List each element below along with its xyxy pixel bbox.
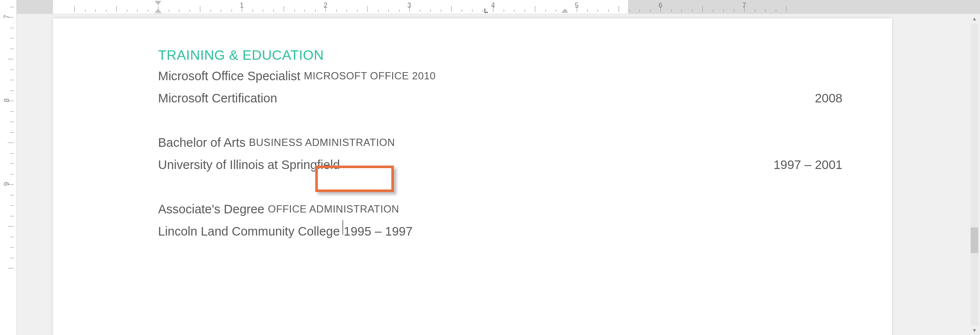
- entry-dates: 2008: [815, 87, 845, 109]
- word-processor-view: 789 1234567 TRAINING & EDUCATION Microso…: [0, 0, 980, 335]
- scroll-down-arrow-icon[interactable]: ▼: [969, 326, 980, 335]
- paragraph-spacer: [158, 176, 845, 198]
- entry-title-line[interactable]: Associate's Degree OFFICE ADMINISTRATION: [158, 198, 845, 220]
- entry-institution-line[interactable]: Microsoft Certification 2008: [158, 87, 845, 109]
- text-cursor: [343, 220, 343, 235]
- entry-subtitle: OFFICE ADMINISTRATION: [268, 198, 399, 220]
- ruler-number: 1: [240, 2, 244, 9]
- scroll-up-arrow-icon[interactable]: ▲: [969, 14, 980, 23]
- entry-institution-line[interactable]: University of Illinois at Springfield 19…: [158, 154, 845, 176]
- section-heading[interactable]: TRAINING & EDUCATION: [158, 47, 845, 63]
- vertical-ruler[interactable]: 789: [0, 0, 17, 335]
- hanging-indent-marker[interactable]: [155, 9, 161, 13]
- scrollbar-thumb[interactable]: [971, 227, 978, 253]
- document-page[interactable]: TRAINING & EDUCATION Microsoft Office Sp…: [53, 18, 892, 335]
- ruler-number: 8: [3, 96, 11, 105]
- scrollbar-track[interactable]: [971, 23, 978, 326]
- entry-institution-line[interactable]: Lincoln Land Community College1995 – 199…: [158, 220, 845, 242]
- typed-dates: 1995 – 1997: [344, 220, 413, 242]
- entry-title: Associate's Degree: [158, 198, 268, 220]
- entry-subtitle: BUSINESS ADMINISTRATION: [249, 131, 395, 154]
- entry-title-line[interactable]: Microsoft Office Specialist MICROSOFT OF…: [158, 65, 845, 87]
- document-content[interactable]: TRAINING & EDUCATION Microsoft Office Sp…: [158, 47, 845, 242]
- ruler-number: 6: [659, 2, 663, 9]
- entry-institution: Lincoln Land Community College: [158, 220, 340, 242]
- entry-title-line[interactable]: Bachelor of Arts BUSINESS ADMINISTRATION: [158, 131, 845, 154]
- right-indent-marker[interactable]: [561, 9, 568, 13]
- paragraph-spacer: [158, 109, 845, 131]
- ruler-number: 4: [491, 2, 495, 9]
- tab-stop-marker[interactable]: [484, 9, 485, 13]
- entry-dates: 1997 – 2001: [774, 154, 845, 176]
- vertical-ruler-ticks: 789: [0, 0, 16, 335]
- entry-institution: University of Illinois at Springfield: [158, 154, 340, 176]
- entry-title: Microsoft Office Specialist: [158, 65, 304, 87]
- entry-institution: Microsoft Certification: [158, 87, 277, 109]
- document-workarea[interactable]: TRAINING & EDUCATION Microsoft Office Sp…: [17, 14, 980, 335]
- ruler-number: 5: [575, 2, 579, 9]
- entry-dates: [842, 220, 845, 242]
- entry-title: Bachelor of Arts: [158, 131, 249, 154]
- main-column: 1234567 TRAINING & EDUCATION Microsoft O…: [17, 0, 980, 335]
- horizontal-ruler[interactable]: 1234567: [17, 0, 980, 14]
- ruler-number: 3: [408, 2, 411, 9]
- ruler-number: 7: [742, 2, 746, 9]
- vertical-scrollbar[interactable]: ▲ ▼: [969, 14, 980, 335]
- ruler-number: 7: [3, 12, 11, 21]
- entry-subtitle: MICROSOFT OFFICE 2010: [304, 65, 436, 87]
- ruler-number: 2: [324, 2, 328, 9]
- first-line-indent-marker[interactable]: [155, 1, 161, 5]
- ruler-number: 9: [3, 180, 11, 188]
